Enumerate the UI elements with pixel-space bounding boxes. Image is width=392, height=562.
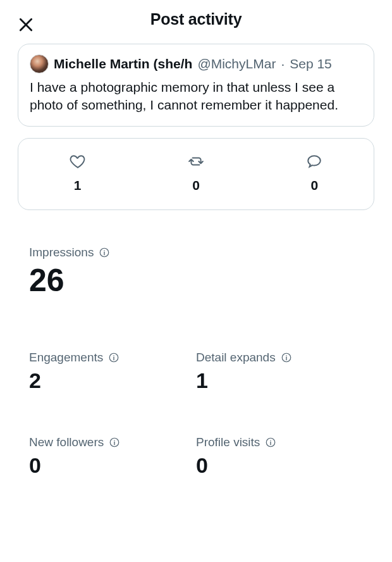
new-followers-value: 0 [29, 454, 196, 476]
tweet-card[interactable]: Michelle Martin (she/h @MichyLMar · Sep … [18, 44, 374, 127]
metric-row-followers: New followers 0 Profile visits 0 [29, 435, 363, 476]
metric-label: Engagements [29, 351, 196, 365]
display-name: Michelle Martin (she/h [54, 56, 192, 72]
repost-icon [187, 153, 205, 170]
profile-visits-value: 0 [196, 454, 363, 476]
header: Post activity [0, 0, 392, 44]
metric-label: Detail expands [196, 351, 363, 365]
impressions-value: 26 [29, 265, 363, 296]
info-icon[interactable] [281, 352, 292, 363]
likes-count: 1 [74, 178, 82, 193]
profile-visits-label-text: Profile visits [196, 435, 260, 449]
metric-new-followers: New followers 0 [29, 435, 196, 476]
info-icon[interactable] [109, 437, 120, 448]
reposts-count: 0 [192, 178, 200, 193]
impressions-label-text: Impressions [29, 246, 94, 259]
reposts-stat[interactable]: 0 [137, 153, 254, 193]
metric-label: Impressions [29, 246, 363, 259]
detail-expands-value: 1 [196, 370, 363, 391]
metric-profile-visits: Profile visits 0 [196, 435, 363, 476]
engagements-value: 2 [29, 370, 196, 391]
metrics-section: Impressions 26 Engagements 2 Detail [18, 246, 374, 476]
metric-detail-expands: Detail expands 1 [196, 351, 363, 391]
tweet-date: Sep 15 [290, 56, 332, 72]
avatar [30, 54, 49, 73]
separator: · [281, 56, 285, 72]
content: Michelle Martin (she/h @MichyLMar · Sep … [0, 44, 392, 476]
new-followers-label-text: New followers [29, 435, 104, 449]
metric-row-engagements: Engagements 2 Detail expands 1 [29, 351, 363, 391]
detail-expands-label-text: Detail expands [196, 351, 276, 365]
engagement-card: 1 0 0 [18, 138, 374, 210]
metric-label: Profile visits [196, 435, 363, 449]
metric-label: New followers [29, 435, 196, 449]
svg-point-3 [114, 355, 115, 356]
info-icon[interactable] [265, 437, 276, 448]
svg-point-9 [271, 440, 272, 441]
close-icon [18, 16, 34, 33]
svg-point-1 [104, 250, 106, 251]
handle: @MichyLMar [197, 56, 276, 72]
page-title: Post activity [13, 10, 379, 28]
metric-engagements: Engagements 2 [29, 351, 196, 391]
replies-count: 0 [310, 178, 318, 193]
reply-icon [305, 153, 323, 170]
svg-point-5 [286, 355, 287, 356]
engagements-label-text: Engagements [29, 351, 103, 365]
tweet-header: Michelle Martin (she/h @MichyLMar · Sep … [30, 54, 362, 73]
svg-point-7 [114, 440, 116, 441]
likes-stat[interactable]: 1 [19, 153, 136, 193]
replies-stat[interactable]: 0 [256, 153, 373, 193]
tweet-text: I have a photographic memory in that unl… [30, 78, 362, 115]
metric-impressions: Impressions 26 [29, 246, 363, 296]
close-button[interactable] [15, 14, 37, 35]
info-icon[interactable] [108, 352, 119, 363]
info-icon[interactable] [99, 247, 110, 258]
heart-icon [69, 153, 87, 170]
